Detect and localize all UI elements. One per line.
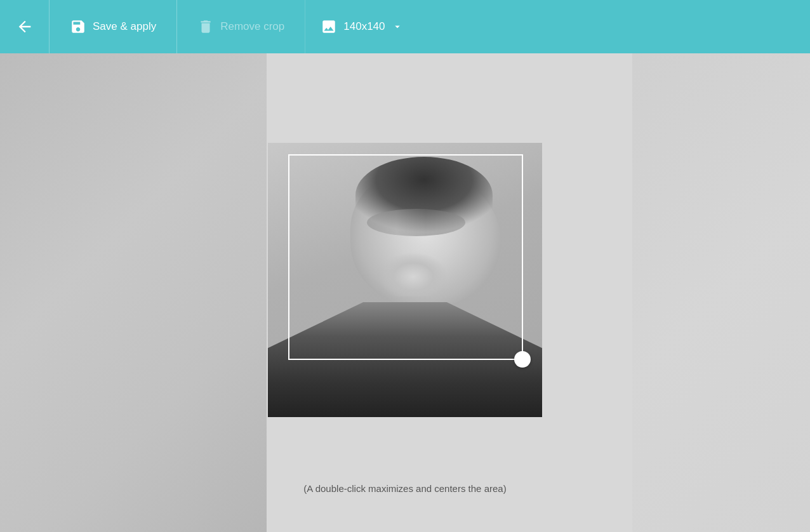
- hint-text: (A double-click maximizes and centers th…: [303, 483, 506, 494]
- save-apply-label: Save & apply: [93, 20, 156, 33]
- save-icon: [70, 18, 86, 35]
- background-right: [632, 53, 810, 532]
- save-apply-button[interactable]: Save & apply: [50, 0, 177, 53]
- remove-crop-button[interactable]: Remove crop: [177, 0, 305, 53]
- image-size-icon: [321, 18, 337, 35]
- resize-handle[interactable]: [514, 351, 531, 368]
- toolbar: Save & apply Remove crop 140x140: [0, 0, 810, 53]
- remove-crop-label: Remove crop: [220, 20, 284, 33]
- crop-container[interactable]: [268, 143, 542, 417]
- size-label: 140x140: [343, 20, 385, 33]
- crop-editor-area: (A double-click maximizes and centers th…: [0, 53, 810, 532]
- crop-selection-box[interactable]: [288, 154, 523, 360]
- back-icon: [16, 18, 34, 36]
- back-button[interactable]: [0, 0, 50, 53]
- chevron-down-icon: [392, 21, 403, 32]
- size-dropdown-button[interactable]: 140x140: [305, 0, 418, 53]
- background-left: [0, 53, 267, 532]
- trash-icon: [197, 18, 214, 35]
